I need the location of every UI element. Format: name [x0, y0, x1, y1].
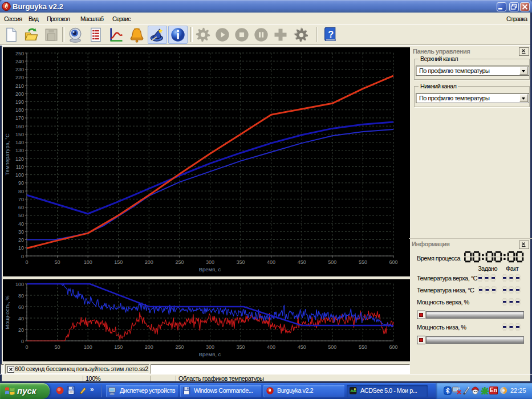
svg-text:20: 20: [18, 327, 24, 333]
svg-text:Температура, °C: Температура, °C: [4, 133, 10, 176]
svg-text:110: 110: [16, 164, 24, 170]
svg-text:70: 70: [18, 197, 24, 202]
svg-text:230: 230: [15, 67, 24, 72]
svg-text:450: 450: [298, 259, 306, 265]
svg-text:100: 100: [15, 172, 24, 178]
svg-text:150: 150: [15, 132, 24, 137]
svg-text:30: 30: [18, 229, 24, 235]
svg-text:20: 20: [18, 237, 24, 243]
svg-text:220: 220: [15, 75, 24, 80]
svg-text:500: 500: [328, 344, 336, 350]
svg-text:400: 400: [267, 344, 275, 350]
svg-text:60: 60: [18, 304, 24, 310]
svg-text:100: 100: [15, 282, 24, 287]
svg-text:150: 150: [114, 259, 123, 265]
svg-text:550: 550: [359, 259, 367, 265]
svg-text:170: 170: [15, 115, 24, 121]
svg-text:?: ?: [328, 29, 334, 39]
svg-text:100: 100: [84, 344, 92, 350]
svg-text:200: 200: [15, 91, 24, 97]
svg-text:200: 200: [145, 259, 153, 265]
svg-text:100: 100: [84, 259, 92, 265]
svg-text:210: 210: [15, 83, 24, 89]
svg-text:120: 120: [15, 156, 24, 162]
svg-text:Время, с: Время, с: [199, 351, 221, 357]
svg-text:300: 300: [206, 344, 214, 350]
svg-text:250: 250: [15, 51, 24, 56]
svg-text:350: 350: [237, 259, 245, 265]
svg-text:250: 250: [175, 344, 184, 350]
svg-text:0: 0: [25, 344, 28, 350]
svg-text:0: 0: [21, 254, 24, 259]
svg-text:300: 300: [206, 259, 214, 265]
svg-text:250: 250: [175, 259, 184, 265]
svg-text:80: 80: [18, 189, 24, 194]
svg-text:180: 180: [15, 107, 24, 113]
svg-text:140: 140: [15, 140, 24, 145]
svg-text:130: 130: [15, 148, 24, 153]
svg-text:Время, с: Время, с: [199, 266, 221, 272]
svg-text:150: 150: [114, 344, 123, 350]
svg-text:40: 40: [18, 221, 24, 227]
svg-text:160: 160: [15, 124, 24, 129]
svg-text:80: 80: [18, 293, 24, 299]
svg-text:10: 10: [18, 245, 24, 251]
svg-text:0: 0: [25, 259, 28, 265]
svg-text:600: 600: [389, 344, 397, 350]
svg-text:50: 50: [55, 259, 60, 265]
svg-text:0: 0: [21, 339, 24, 344]
svg-text:350: 350: [237, 344, 245, 350]
svg-text:190: 190: [15, 99, 24, 105]
svg-text:200: 200: [145, 344, 153, 350]
svg-text:60: 60: [18, 205, 24, 210]
svg-text:500: 500: [328, 259, 336, 265]
svg-text:50: 50: [55, 344, 60, 350]
svg-text:40: 40: [18, 316, 24, 321]
svg-text:Мощность, %: Мощность, %: [4, 295, 10, 329]
svg-text:450: 450: [298, 344, 306, 350]
svg-text:240: 240: [15, 59, 24, 64]
svg-text:400: 400: [267, 259, 275, 265]
svg-text:90: 90: [18, 180, 24, 186]
svg-text:600: 600: [389, 259, 397, 265]
svg-text:550: 550: [359, 344, 367, 350]
svg-text:50: 50: [18, 213, 24, 218]
